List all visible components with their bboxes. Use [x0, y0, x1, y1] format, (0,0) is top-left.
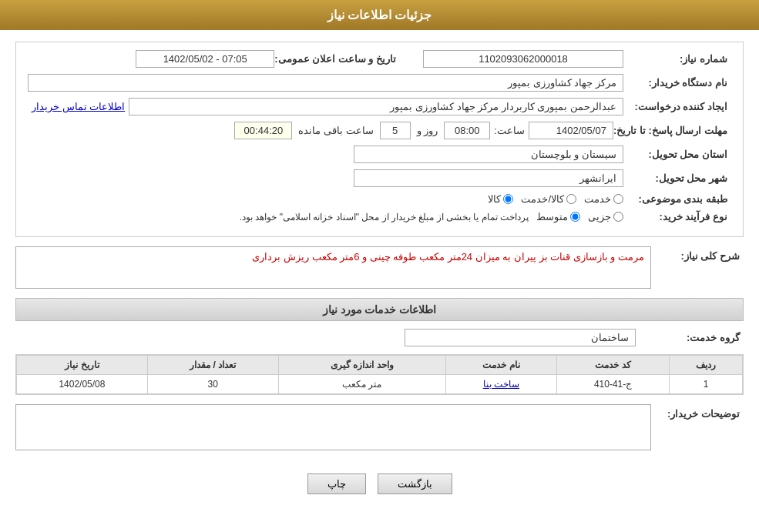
services-table: ردیف کد خدمت نام خدمت واحد اندازه گیری ت… — [16, 355, 743, 394]
radio-goods-service[interactable] — [566, 194, 576, 204]
category-option-goods-service: کالا/خدمت — [521, 193, 576, 205]
service-group-row: گروه خدمت: ساختمان — [15, 329, 744, 346]
radio-goods-label: کالا — [488, 193, 501, 205]
buttons-row: بازگشت چاپ — [15, 462, 744, 506]
category-option-service: خدمت — [584, 193, 623, 205]
remaining-value: 00:44:20 — [234, 122, 292, 139]
process-option-partial: جزیی — [588, 211, 623, 223]
services-section-title: اطلاعات خدمات مورد نیاز — [15, 298, 744, 321]
radio-medium[interactable] — [570, 212, 580, 222]
reply-day-value: 5 — [380, 122, 411, 139]
col-service-code: کد خدمت — [556, 356, 669, 375]
service-group-value: ساختمان — [405, 329, 636, 346]
buyer-notes-textarea[interactable] — [15, 404, 651, 450]
description-value: مرمت و بازسازی قنات بز پیران به میزان 24… — [15, 246, 651, 289]
buyer-notes-row: توضیحات خریدار: — [15, 404, 744, 450]
radio-partial-label: جزیی — [588, 211, 611, 223]
radio-service[interactable] — [613, 194, 623, 204]
city-label: شهر محل تحویل: — [623, 172, 731, 184]
page-container: جزئیات اطلاعات نیاز شماره نیاز: 11020930… — [0, 0, 759, 532]
col-service-name: نام خدمت — [445, 356, 556, 375]
reply-time-value: 08:00 — [444, 122, 490, 139]
buyer-notes-label: توضیحات خریدار: — [651, 408, 744, 420]
col-date: تاریخ نیاز — [17, 356, 148, 375]
cell-row-number: 1 — [670, 375, 743, 394]
radio-goods-service-label: کالا/خدمت — [521, 193, 564, 205]
print-button[interactable]: چاپ — [307, 473, 366, 494]
cell-date: 1402/05/08 — [17, 375, 148, 394]
col-row-number: ردیف — [670, 356, 743, 375]
remaining-label: ساعت باقی مانده — [298, 125, 373, 136]
back-button[interactable]: بازگشت — [378, 473, 452, 494]
reply-date-value: 1402/05/07 — [529, 122, 613, 139]
province-row: استان محل تحویل: سیستان و بلوچستان — [28, 146, 731, 163]
reply-deadline-row: مهلت ارسال پاسخ: تا تاریخ: 1402/05/07 سا… — [28, 122, 731, 139]
date-label: تاریخ و ساعت اعلان عمومی: — [274, 53, 400, 65]
radio-medium-label: متوسط — [536, 211, 568, 223]
process-label: نوع فرآیند خرید: — [623, 211, 731, 223]
services-table-container: ردیف کد خدمت نام خدمت واحد اندازه گیری ت… — [15, 354, 744, 395]
cell-service-code: ج-41-410 — [556, 375, 669, 394]
col-quantity: تعداد / مقدار — [147, 356, 278, 375]
page-title: جزئیات اطلاعات نیاز — [327, 8, 432, 22]
reply-day-label: روز و — [417, 125, 438, 136]
description-label: شرح کلی نیاز: — [651, 250, 744, 262]
creator-value: عبدالرحمن بمپوری کاربردار مرکز جهاد کشاو… — [129, 98, 623, 115]
radio-goods[interactable] — [503, 194, 513, 204]
buyer-name-label: نام دستگاه خریدار: — [623, 77, 731, 89]
category-row: طبقه بندی موضوعی: خدمت کالا/خدمت کالا — [28, 193, 731, 205]
category-label: طبقه بندی موضوعی: — [623, 193, 731, 205]
category-radio-group: خدمت کالا/خدمت کالا — [488, 193, 623, 205]
buyer-name-value: مرکز جهاد کشاورزی بمپور — [28, 74, 623, 92]
reply-deadline-label: مهلت ارسال پاسخ: تا تاریخ: — [613, 125, 731, 136]
province-label: استان محل تحویل: — [623, 149, 731, 160]
process-option-medium: متوسط — [536, 211, 580, 223]
table-row: 1 ج-41-410 ساخت بنا متر مکعب 30 1402/05/… — [17, 375, 743, 394]
need-number-label: شماره نیاز: — [623, 53, 731, 65]
service-group-label: گروه خدمت: — [636, 332, 744, 343]
description-row: شرح کلی نیاز: مرمت و بازسازی قنات بز پیر… — [15, 246, 744, 289]
creator-row: ایجاد کننده درخواست: عبدالرحمن بمپوری کا… — [28, 98, 731, 115]
need-number-value: 1102093062000018 — [423, 50, 623, 68]
category-option-goods: کالا — [488, 193, 513, 205]
reply-time-label: ساعت: — [494, 125, 525, 136]
cell-unit: متر مکعب — [278, 375, 445, 394]
content-area: شماره نیاز: 1102093062000018 تاریخ و ساع… — [0, 30, 759, 517]
city-value: ایرانشهر — [354, 169, 623, 187]
cell-quantity: 30 — [147, 375, 278, 394]
creator-label: ایجاد کننده درخواست: — [623, 101, 731, 112]
province-value: سیستان و بلوچستان — [354, 146, 623, 163]
page-header: جزئیات اطلاعات نیاز — [0, 0, 759, 30]
need-number-row: شماره نیاز: 1102093062000018 تاریخ و ساع… — [28, 50, 731, 68]
contact-link[interactable]: اطلاعات تماس خریدار — [28, 101, 129, 112]
process-row: نوع فرآیند خرید: جزیی متوسط پرداخت تمام … — [28, 211, 731, 223]
radio-partial[interactable] — [613, 212, 623, 222]
table-header-row: ردیف کد خدمت نام خدمت واحد اندازه گیری ت… — [17, 356, 743, 375]
cell-service-name[interactable]: ساخت بنا — [445, 375, 556, 394]
process-note: پرداخت تمام یا بخشی از مبلغ خریدار از مح… — [240, 212, 529, 223]
date-value: 1402/05/02 - 07:05 — [136, 50, 274, 68]
main-form-section: شماره نیاز: 1102093062000018 تاریخ و ساع… — [15, 42, 744, 237]
radio-service-label: خدمت — [584, 193, 611, 205]
buyer-name-row: نام دستگاه خریدار: مرکز جهاد کشاورزی بمپ… — [28, 74, 731, 92]
city-row: شهر محل تحویل: ایرانشهر — [28, 169, 731, 187]
process-radio-group: جزیی متوسط پرداخت تمام یا بخشی از مبلغ خ… — [240, 211, 623, 223]
col-unit: واحد اندازه گیری — [278, 356, 445, 375]
